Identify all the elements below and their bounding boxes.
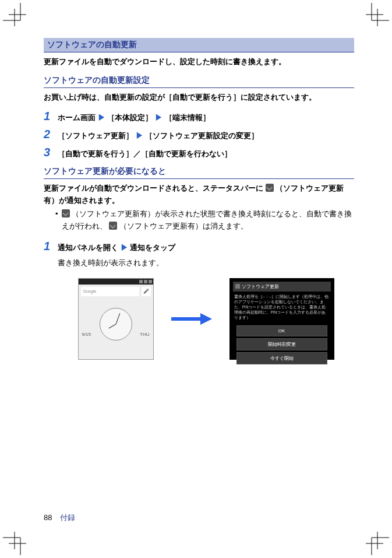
dialog-icon — [235, 284, 240, 289]
update-available-icon — [109, 222, 117, 230]
step-subtext: 書き換え時刻が表示されます。 — [58, 257, 354, 269]
step-a3: 3 ［自動で更新を行う］／［自動で更新を行わない］ — [44, 146, 354, 160]
phone-statusbar — [79, 279, 153, 285]
step-body: ［自動で更新を行う］／［自動で更新を行わない］ — [58, 148, 232, 160]
crop-mark-bl — [3, 532, 26, 555]
step-number: 1 — [44, 240, 53, 253]
bullet-text-part: （ソフトウェア更新有）は消えます。 — [119, 222, 248, 230]
update-available-icon — [266, 184, 274, 192]
dialog-start-now-button: 今すぐ開始 — [236, 352, 327, 364]
bullet-text: （ソフトウェア更新有）が表示された状態で書き換え時刻になると、自動で書き換えが行… — [62, 208, 354, 233]
step-text: ［本体設定］ — [107, 113, 153, 122]
crop-mark-tr — [366, 3, 389, 26]
bullet-item: • （ソフトウェア更新有）が表示された状態で書き換え時刻になると、自動で書き換え… — [55, 208, 354, 233]
step-text: 通知をタップ — [130, 243, 175, 252]
figure-row: Google 🎤 9/15 THU ソフトウェア更新 書換え処理を［--：--］… — [58, 278, 354, 360]
step-number: 2 — [44, 128, 53, 141]
step-number: 3 — [44, 146, 53, 159]
arrow-icon: ▶ — [121, 243, 128, 252]
step-body: 通知パネルを開く ▶ 通知をタップ — [58, 242, 175, 254]
arrow-right-icon — [171, 313, 212, 325]
step-text: ［端末情報］ — [165, 113, 210, 122]
dialog-title: ソフトウェア更新 — [233, 282, 331, 292]
sub-header-needed: ソフトウェア更新が必要になると — [44, 164, 354, 179]
crop-mark-br — [366, 532, 389, 555]
dialog-ok-button: OK — [236, 325, 327, 336]
step-a1: 1 ホーム画面 ▶ ［本体設定］ ▶ ［端末情報］ — [44, 110, 354, 124]
section-name: 付録 — [60, 513, 75, 523]
dialog-change-time-button: 開始時刻変更 — [236, 338, 327, 350]
analog-clock-icon — [100, 308, 132, 341]
phone-screenshot-dialog: ソフトウェア更新 書換え処理を［--：--］に開始します（処理中は、他のアプリケ… — [229, 278, 334, 360]
paragraph: 更新ファイルが自動でダウンロードされると、ステータスバーに （ソフトウェア更新有… — [44, 183, 354, 207]
update-available-icon — [62, 209, 70, 217]
date-label: 9/15 — [82, 332, 91, 337]
phone-screenshot-home: Google 🎤 9/15 THU — [78, 278, 154, 360]
section-header: ソフトウェアの自動更新 — [44, 38, 354, 52]
page-content: ソフトウェアの自動更新 更新ファイルを自動でダウンロードし、設定した時刻に書き換… — [44, 38, 354, 360]
step-text: ホーム画面 — [58, 113, 96, 122]
step-text: ［ソフトウェア更新設定の変更］ — [145, 131, 259, 140]
dialog-message: 書換え処理を［--：--］に開始します（処理中は、他のアプリケーションを起動しな… — [233, 294, 331, 324]
step-text: ［ソフトウェア更新］ — [58, 131, 133, 140]
step-number: 1 — [44, 110, 53, 123]
step-a2: 2 ［ソフトウェア更新］ ▶ ［ソフトウェア更新設定の変更］ — [44, 128, 354, 142]
default-setting-note: お買い上げ時は、自動更新の設定が［自動で更新を行う］に設定されています。 — [44, 92, 354, 103]
step-body: ［ソフトウェア更新］ ▶ ［ソフトウェア更新設定の変更］ — [58, 130, 259, 142]
step-text: 通知パネルを開く — [58, 243, 118, 252]
crop-mark-tl — [3, 3, 26, 26]
para-text: 更新ファイルが自動でダウンロードされると、ステータスバーに — [44, 184, 263, 192]
arrow-icon: ▶ — [155, 113, 163, 122]
svg-marker-17 — [200, 313, 212, 325]
page-number: 88 — [44, 513, 52, 522]
mic-icon: 🎤 — [142, 287, 151, 296]
intro-text: 更新ファイルを自動でダウンロードし、設定した時刻に書き換えます。 — [44, 56, 354, 68]
arrow-icon: ▶ — [136, 131, 143, 140]
day-label: THU — [140, 332, 149, 337]
bullet-icon: • — [55, 208, 58, 233]
svg-rect-16 — [171, 317, 202, 321]
phone-search-row: Google 🎤 — [79, 285, 153, 299]
page-footer: 88 付録 — [44, 513, 75, 523]
arrow-icon: ▶ — [98, 113, 105, 122]
step-b1: 1 通知パネルを開く ▶ 通知をタップ — [44, 240, 354, 254]
dialog-title-text: ソフトウェア更新 — [242, 283, 279, 290]
sub-header-settings: ソフトウェアの自動更新設定 — [44, 73, 354, 88]
step-body: ホーム画面 ▶ ［本体設定］ ▶ ［端末情報］ — [58, 112, 210, 124]
google-search-widget: Google — [81, 287, 139, 296]
